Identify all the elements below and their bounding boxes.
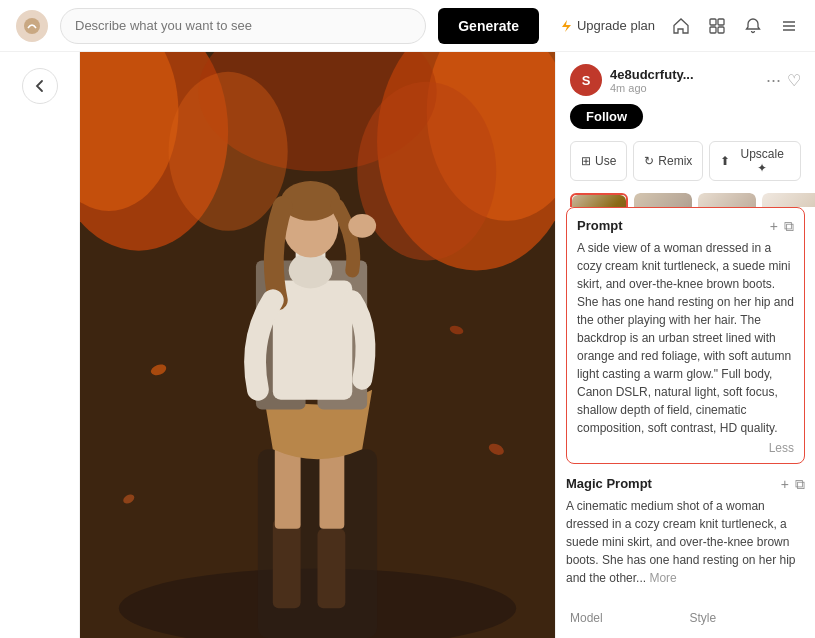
- model-style-row: Model Style: [556, 611, 815, 628]
- left-panel: [0, 52, 80, 638]
- svg-point-14: [169, 72, 288, 231]
- thumbnail-3[interactable]: [698, 193, 756, 207]
- username: 4e8udcrfuty...: [610, 67, 758, 82]
- prompt-text: A side view of a woman dressed in a cozy…: [577, 239, 794, 437]
- remix-button[interactable]: ↻ Remix: [633, 141, 703, 181]
- svg-point-15: [357, 82, 496, 261]
- svg-point-26: [289, 253, 333, 289]
- style-label: Style: [690, 611, 802, 625]
- top-nav: Generate Upgrade plan: [0, 0, 815, 52]
- upgrade-plan-button[interactable]: Upgrade plan: [559, 18, 655, 33]
- prompt-section-header: Prompt + ⧉: [577, 218, 794, 233]
- magic-section-header: Magic Prompt + ⧉: [566, 476, 805, 491]
- prompt-icons: + ⧉: [770, 219, 794, 233]
- main-image-area: [80, 52, 555, 638]
- follow-button-row: Follow: [556, 104, 815, 141]
- user-actions: ··· ♡: [766, 71, 801, 90]
- magic-icons: + ⧉: [781, 477, 805, 491]
- model-label: Model: [570, 611, 682, 625]
- use-icon: ⊞: [581, 154, 591, 168]
- search-input[interactable]: [60, 8, 426, 44]
- upgrade-label: Upgrade plan: [577, 18, 655, 33]
- generate-button[interactable]: Generate: [438, 8, 539, 44]
- generate-label: Generate: [458, 18, 519, 34]
- user-avatar: S: [570, 64, 602, 96]
- magic-prompt-text: A cinematic medium shot of a woman dress…: [566, 497, 805, 587]
- back-button[interactable]: [22, 68, 58, 104]
- thumbnail-4[interactable]: [762, 193, 815, 207]
- gallery-icon[interactable]: [707, 16, 727, 36]
- nav-right-icons: Upgrade plan: [559, 16, 799, 36]
- upscale-button[interactable]: ⬆ Upscale ✦: [709, 141, 801, 181]
- image-placeholder: [80, 52, 555, 638]
- home-icon[interactable]: [671, 16, 691, 36]
- magic-copy-icon[interactable]: ⧉: [795, 477, 805, 491]
- action-buttons: ⊞ Use ↻ Remix ⬆ Upscale ✦: [556, 141, 815, 193]
- magic-add-icon[interactable]: +: [781, 477, 789, 491]
- favorite-icon[interactable]: ♡: [787, 71, 801, 90]
- follow-button[interactable]: Follow: [570, 104, 643, 129]
- right-panel: S 4e8udcrfuty... 4m ago ··· ♡ Follow ⊞ U…: [555, 52, 815, 638]
- thumbnail-2[interactable]: [634, 193, 692, 207]
- use-button[interactable]: ⊞ Use: [570, 141, 627, 181]
- thumbnails-row: Cover: [556, 193, 815, 207]
- bolt-icon: [559, 19, 573, 33]
- app-logo: [16, 10, 48, 42]
- magic-prompt-section: Magic Prompt + ⧉ A cinematic medium shot…: [566, 476, 805, 587]
- less-link[interactable]: Less: [577, 441, 794, 455]
- magic-prompt-title: Magic Prompt: [566, 476, 652, 491]
- prompt-add-icon[interactable]: +: [770, 219, 778, 233]
- prompt-title: Prompt: [577, 218, 623, 233]
- model-column: Model: [570, 611, 682, 628]
- svg-rect-4: [718, 27, 724, 33]
- style-column: Style: [690, 611, 802, 628]
- more-options-icon[interactable]: ···: [766, 71, 781, 89]
- prompt-section: Prompt + ⧉ A side view of a woman dresse…: [566, 207, 805, 464]
- svg-rect-2: [718, 19, 724, 25]
- user-info: 4e8udcrfuty... 4m ago: [610, 67, 758, 94]
- menu-icon[interactable]: [779, 16, 799, 36]
- thumbnail-1[interactable]: Cover: [570, 193, 628, 207]
- svg-rect-19: [318, 529, 346, 608]
- prompt-copy-icon[interactable]: ⧉: [784, 219, 794, 233]
- svg-point-0: [24, 18, 40, 34]
- background-svg: [80, 52, 555, 638]
- user-row: S 4e8udcrfuty... 4m ago ··· ♡: [556, 64, 815, 104]
- main-content: S 4e8udcrfuty... 4m ago ··· ♡ Follow ⊞ U…: [0, 52, 815, 638]
- svg-rect-3: [710, 27, 716, 33]
- upscale-icon: ⬆: [720, 154, 730, 168]
- more-link[interactable]: More: [649, 571, 676, 585]
- svg-point-29: [348, 214, 376, 238]
- svg-rect-1: [710, 19, 716, 25]
- notifications-icon[interactable]: [743, 16, 763, 36]
- svg-rect-18: [273, 519, 301, 608]
- post-time: 4m ago: [610, 82, 758, 94]
- remix-icon: ↻: [644, 154, 654, 168]
